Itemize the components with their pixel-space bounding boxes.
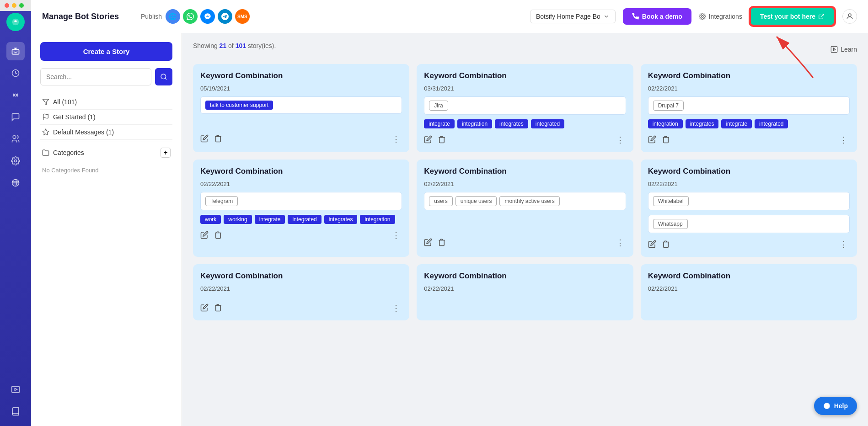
app-logo: [6, 13, 25, 31]
cards-header: Showing 21 of 101 story(ies). Learn: [193, 42, 857, 57]
story-card-4: Keyword Combination 02/22/2021 Telegram …: [193, 160, 409, 257]
card-actions: ⋮: [648, 240, 850, 250]
delete-button[interactable]: [214, 134, 222, 144]
card-title: Keyword Combination: [424, 167, 626, 176]
tag: working: [224, 215, 252, 224]
publish-telegram-icon[interactable]: [218, 9, 232, 24]
publish-sms-icon[interactable]: SMS: [235, 9, 250, 24]
card-title: Keyword Combination: [200, 71, 402, 80]
card-title: Keyword Combination: [200, 167, 402, 176]
sidebar-item-messages[interactable]: [6, 108, 25, 126]
publish-messenger-icon[interactable]: [200, 9, 215, 24]
svg-point-4: [13, 136, 16, 139]
test-bot-button[interactable]: Test your bot here: [750, 7, 835, 26]
bot-selector[interactable]: Botsify Home Page Bo: [530, 10, 616, 23]
svg-point-5: [15, 160, 17, 162]
sidebar-item-team[interactable]: [6, 130, 25, 148]
left-panel: Create a Story All (101) Get Started (1)…: [31, 33, 182, 426]
more-options-button[interactable]: ⋮: [614, 238, 626, 248]
tag: users: [429, 196, 452, 206]
card-title: Keyword Combination: [200, 272, 402, 281]
close-icon[interactable]: [5, 3, 9, 8]
more-options-button[interactable]: ⋮: [390, 230, 402, 240]
edit-button[interactable]: [424, 135, 432, 145]
delete-button[interactable]: [214, 304, 222, 313]
edit-button[interactable]: [200, 304, 209, 313]
svg-point-10: [848, 14, 851, 16]
tag-row: integration integrates integrate integra…: [648, 119, 850, 128]
maximize-icon[interactable]: [19, 3, 24, 8]
edit-button[interactable]: [200, 134, 209, 144]
tag-container: Telegram: [200, 192, 402, 210]
external-link-icon: [818, 13, 825, 20]
star-icon: [42, 128, 49, 136]
card-date: 02/22/2021: [648, 181, 850, 187]
create-story-button[interactable]: Create a Story: [40, 42, 172, 61]
tag: integrated: [288, 215, 321, 224]
publish-icons: 🌐 SMS: [166, 9, 250, 24]
card-date: 02/22/2021: [200, 285, 402, 292]
edit-button[interactable]: [200, 231, 209, 240]
learn-button[interactable]: Learn: [830, 46, 857, 53]
tag: talk to customer support: [205, 101, 273, 110]
add-category-button[interactable]: +: [161, 148, 171, 158]
user-avatar[interactable]: [842, 9, 857, 24]
help-button[interactable]: Help: [814, 397, 857, 415]
filter-icon: [42, 98, 49, 106]
publish-web-icon[interactable]: 🌐: [166, 9, 180, 24]
sidebar-item-video[interactable]: [6, 380, 25, 399]
sidebar-item-globe[interactable]: [6, 174, 25, 192]
svg-marker-8: [15, 389, 17, 391]
story-card-3: Keyword Combination 02/22/2021 Drupal 7 …: [641, 64, 857, 152]
sidebar-item-analytics[interactable]: [6, 64, 25, 82]
search-button[interactable]: [155, 68, 172, 85]
edit-button[interactable]: [648, 135, 656, 145]
sidebar-item-settings[interactable]: [6, 152, 25, 170]
card-actions: ⋮: [200, 230, 402, 240]
filter-default-messages[interactable]: Default Messages (1): [40, 125, 172, 140]
card-title: Keyword Combination: [648, 272, 850, 281]
more-options-button[interactable]: ⋮: [838, 240, 850, 250]
publish-section: Publish 🌐 SMS: [141, 9, 250, 24]
publish-whatsapp-icon[interactable]: [183, 9, 198, 24]
story-card-7: Keyword Combination 02/22/2021 ⋮: [193, 264, 409, 320]
cards-area: Showing 21 of 101 story(ies). Learn Keyw…: [182, 33, 868, 426]
tag-row: integrate integration integrates integra…: [424, 119, 626, 128]
search-input[interactable]: [40, 68, 151, 85]
no-categories-text: No Categories Found: [40, 161, 172, 179]
minimize-icon[interactable]: [12, 3, 16, 8]
delete-button[interactable]: [662, 135, 670, 145]
edit-button[interactable]: [648, 240, 656, 250]
card-actions: ⋮: [200, 134, 402, 144]
tag: integrated: [755, 119, 788, 128]
edit-button[interactable]: [424, 238, 432, 248]
svg-point-3: [15, 94, 17, 96]
delete-button[interactable]: [662, 240, 670, 250]
filter-get-started[interactable]: Get Started (1): [40, 110, 172, 125]
delete-button[interactable]: [438, 135, 446, 145]
card-date: 02/22/2021: [424, 285, 626, 292]
story-card-1: Keyword Combination 05/19/2021 talk to c…: [193, 64, 409, 152]
delete-button[interactable]: [214, 231, 222, 240]
svg-rect-15: [831, 46, 837, 52]
tag-row: work working integrate integrated integr…: [200, 215, 402, 224]
story-card-5: Keyword Combination 02/22/2021 users uni…: [417, 160, 633, 257]
card-title: Keyword Combination: [424, 272, 626, 281]
sidebar-item-book[interactable]: [6, 402, 25, 421]
tag-container: users unique users monthly active users: [424, 192, 626, 210]
more-options-button[interactable]: ⋮: [390, 134, 402, 144]
more-options-button[interactable]: ⋮: [390, 303, 402, 313]
integrations-button[interactable]: Integrations: [699, 13, 742, 20]
tag: Drupal 7: [653, 101, 684, 111]
story-card-6: Keyword Combination 02/22/2021 Whitelabe…: [641, 160, 857, 257]
svg-rect-7: [12, 386, 20, 392]
sidebar-item-broadcast[interactable]: [6, 86, 25, 104]
delete-button[interactable]: [438, 238, 446, 248]
more-options-button[interactable]: ⋮: [614, 135, 626, 145]
sidebar-item-bot[interactable]: [6, 42, 25, 60]
search-icon: [160, 73, 167, 80]
tag: integrate: [721, 119, 752, 128]
more-options-button[interactable]: ⋮: [838, 135, 850, 145]
book-demo-button[interactable]: Book a demo: [623, 8, 691, 25]
filter-all[interactable]: All (101): [40, 95, 172, 110]
